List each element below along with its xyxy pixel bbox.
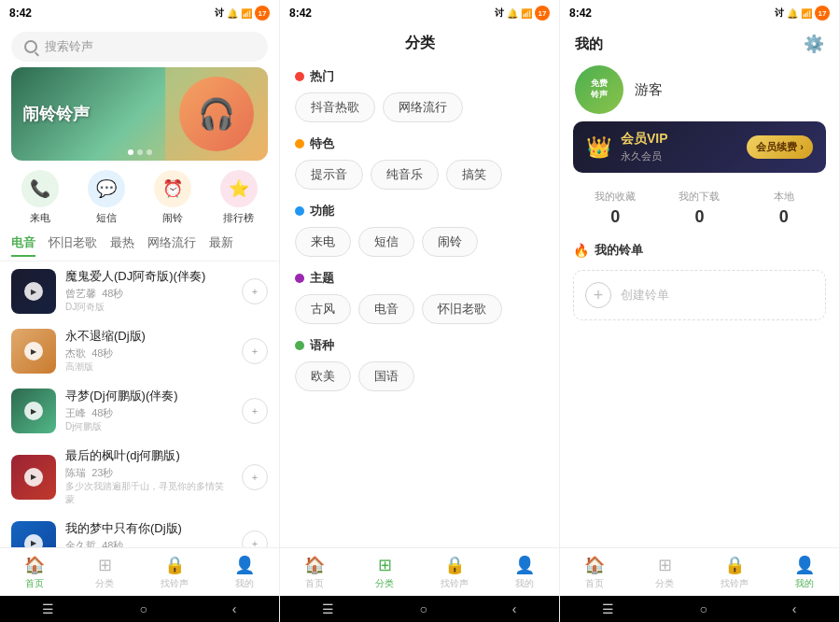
find-icon-prof: 🔒 bbox=[724, 555, 745, 575]
stat-favorites: 我的收藏 0 bbox=[573, 190, 657, 227]
status-icons-home: 讨 🔔 📶 17 bbox=[215, 6, 270, 21]
song-action-4[interactable]: + bbox=[242, 530, 268, 547]
quick-actions: 📞 来电 💬 短信 ⏰ 闹铃 ⭐ 排行榜 bbox=[0, 161, 279, 231]
tab-zuire[interactable]: 最热 bbox=[110, 234, 134, 257]
play-button-2[interactable]: ▶ bbox=[24, 402, 43, 420]
song-info-1: 永不退缩(Dj版) 杰歌 48秒 高潮版 bbox=[65, 329, 232, 374]
tab-huaijiu[interactable]: 怀旧老歌 bbox=[49, 234, 97, 257]
sys-home-prof[interactable]: ○ bbox=[699, 601, 707, 616]
quick-action-alarm[interactable]: ⏰ 闹铃 bbox=[154, 170, 191, 225]
avatar-text: 免费 铃声 bbox=[591, 78, 608, 100]
tag-dianyin[interactable]: 电音 bbox=[358, 294, 414, 324]
hero-dot-2 bbox=[137, 149, 143, 155]
home-icon-cat: 🏠 bbox=[304, 555, 325, 575]
nav-find-cat[interactable]: 🔒 找铃声 bbox=[420, 548, 490, 596]
song-action-0[interactable]: + bbox=[242, 278, 268, 304]
user-name: 游客 bbox=[635, 81, 663, 99]
tag-pure[interactable]: 纯音乐 bbox=[371, 160, 439, 190]
nav-mine[interactable]: 👤 我的 bbox=[209, 548, 279, 596]
nav-category-label-cat: 分类 bbox=[375, 577, 394, 590]
nav-category-prof[interactable]: ⊞ 分类 bbox=[630, 548, 700, 596]
nav-home-prof[interactable]: 🏠 首页 bbox=[560, 548, 630, 596]
phone-icon: 📞 bbox=[21, 170, 59, 207]
settings-icon[interactable]: ⚙️ bbox=[804, 34, 824, 54]
sys-back-prof[interactable]: ‹ bbox=[792, 601, 797, 616]
sys-home-cat[interactable]: ○ bbox=[419, 601, 427, 616]
section-title-function: 功能 bbox=[310, 203, 334, 219]
nav-find[interactable]: 🔒 找铃声 bbox=[140, 548, 210, 596]
tag-alarm[interactable]: 闹铃 bbox=[422, 227, 478, 257]
hero-dot-3 bbox=[147, 149, 152, 155]
tag-funny[interactable]: 搞笑 bbox=[446, 160, 502, 190]
song-action-2[interactable]: + bbox=[242, 398, 268, 424]
home-icon-prof: 🏠 bbox=[584, 555, 605, 575]
create-playlist-label: 创建铃单 bbox=[621, 287, 669, 304]
play-button-1[interactable]: ▶ bbox=[24, 342, 43, 360]
tag-huaijiu[interactable]: 怀旧老歌 bbox=[422, 294, 502, 324]
quick-action-rank[interactable]: ⭐ 排行榜 bbox=[220, 170, 258, 225]
song-thumb-3: ▶ bbox=[11, 455, 56, 500]
nav-category-cat[interactable]: ⊞ 分类 bbox=[350, 548, 420, 596]
sys-back[interactable]: ‹ bbox=[232, 601, 237, 616]
nav-mine-cat[interactable]: 👤 我的 bbox=[489, 548, 559, 596]
sys-home[interactable]: ○ bbox=[139, 601, 147, 616]
tag-oomei[interactable]: 欧美 bbox=[295, 361, 351, 391]
tag-row-special: 提示音 纯音乐 搞笑 bbox=[295, 160, 544, 190]
song-title-0: 魔鬼爱人(DJ阿奇版)(伴奏) bbox=[65, 269, 232, 285]
nav-mine-label-prof: 我的 bbox=[795, 577, 814, 590]
nav-find-label: 找铃声 bbox=[161, 577, 189, 590]
sys-menu[interactable]: ☰ bbox=[42, 601, 54, 616]
list-item[interactable]: ▶ 永不退缩(Dj版) 杰歌 48秒 高潮版 + bbox=[0, 321, 279, 381]
quick-action-phone[interactable]: 📞 来电 bbox=[21, 170, 59, 225]
list-item[interactable]: ▶ 最后的枫叶(dj何鹏版) 陈瑞 23秒 多少次我踏遍那千山，寻觅你的多情笑蒙… bbox=[0, 441, 279, 514]
tag-call[interactable]: 来电 bbox=[295, 227, 351, 257]
tab-wangluo[interactable]: 网络流行 bbox=[147, 234, 196, 257]
list-item[interactable]: ▶ 魔鬼爱人(DJ阿奇版)(伴奏) 曾艺馨 48秒 DJ阿奇版 + bbox=[0, 262, 279, 321]
nav-home[interactable]: 🏠 首页 bbox=[0, 548, 70, 596]
panel-categories: 8:42 讨 🔔 📶 17 分类 热门 抖音热歌 网络流行 特色 bbox=[280, 0, 560, 622]
tag-row-language: 欧美 国语 bbox=[295, 361, 544, 391]
play-button-0[interactable]: ▶ bbox=[24, 282, 43, 301]
create-playlist-button[interactable]: + 创建铃单 bbox=[573, 270, 826, 320]
song-action-1[interactable]: + bbox=[242, 338, 268, 364]
stat-favorites-label: 我的收藏 bbox=[595, 190, 636, 204]
tag-guoyu[interactable]: 国语 bbox=[358, 361, 414, 391]
home-icon: 🏠 bbox=[24, 555, 45, 575]
vip-renew-button[interactable]: 会员续费 › bbox=[747, 135, 813, 159]
section-hottest: 热门 抖音热歌 网络流行 bbox=[295, 68, 544, 122]
song-thumb-0: ▶ bbox=[11, 269, 56, 314]
song-action-3[interactable]: + bbox=[242, 464, 268, 490]
song-sub-3: 多少次我踏遍那千山，寻觅你的多情笑蒙 bbox=[65, 480, 232, 506]
list-item[interactable]: ▶ 我的梦中只有你(Dj版) 金久哲 48秒 Dj版 + bbox=[0, 514, 279, 547]
tab-dianyin[interactable]: 电音 bbox=[11, 234, 35, 257]
nav-find-prof[interactable]: 🔒 找铃声 bbox=[700, 548, 770, 596]
sys-menu-cat[interactable]: ☰ bbox=[322, 601, 334, 616]
search-bar[interactable]: 搜索铃声 bbox=[11, 32, 268, 62]
list-item[interactable]: ▶ 寻梦(Dj何鹏版)(伴奏) 王峰 48秒 Dj何鹏版 + bbox=[0, 381, 279, 441]
quick-action-sms[interactable]: 💬 短信 bbox=[88, 170, 125, 225]
nav-find-label-prof: 找铃声 bbox=[721, 577, 749, 590]
time-cat: 8:42 bbox=[289, 7, 312, 20]
sys-menu-prof[interactable]: ☰ bbox=[602, 601, 614, 616]
tab-zuixin[interactable]: 最新 bbox=[209, 234, 233, 257]
nav-home-cat[interactable]: 🏠 首页 bbox=[280, 548, 350, 596]
play-button-3[interactable]: ▶ bbox=[24, 468, 43, 487]
tag-wangluo[interactable]: 网络流行 bbox=[383, 92, 463, 122]
tag-douyin[interactable]: 抖音热歌 bbox=[295, 92, 375, 122]
profile-user: 免费 铃声 游客 bbox=[560, 58, 839, 121]
sys-back-cat[interactable]: ‹ bbox=[512, 601, 517, 616]
section-title-hottest: 热门 bbox=[310, 68, 334, 85]
vip-title: 会员VIP bbox=[621, 131, 737, 148]
tag-prompt[interactable]: 提示音 bbox=[295, 160, 363, 190]
play-button-4[interactable]: ▶ bbox=[24, 534, 43, 547]
categories-content: 热门 抖音热歌 网络流行 特色 提示音 纯音乐 搞笑 功能 bbox=[280, 61, 559, 547]
qa-label-alarm: 闹铃 bbox=[162, 211, 183, 225]
section-header-theme: 主题 bbox=[295, 270, 544, 287]
tag-gufeng[interactable]: 古风 bbox=[295, 294, 351, 324]
vip-info: 会员VIP 永久会员 bbox=[621, 131, 737, 163]
hot-dot bbox=[295, 72, 304, 81]
nav-mine-prof[interactable]: 👤 我的 bbox=[769, 548, 839, 596]
category-icon-cat: ⊞ bbox=[378, 555, 392, 575]
nav-category[interactable]: ⊞ 分类 bbox=[70, 548, 140, 596]
tag-sms[interactable]: 短信 bbox=[358, 227, 414, 257]
